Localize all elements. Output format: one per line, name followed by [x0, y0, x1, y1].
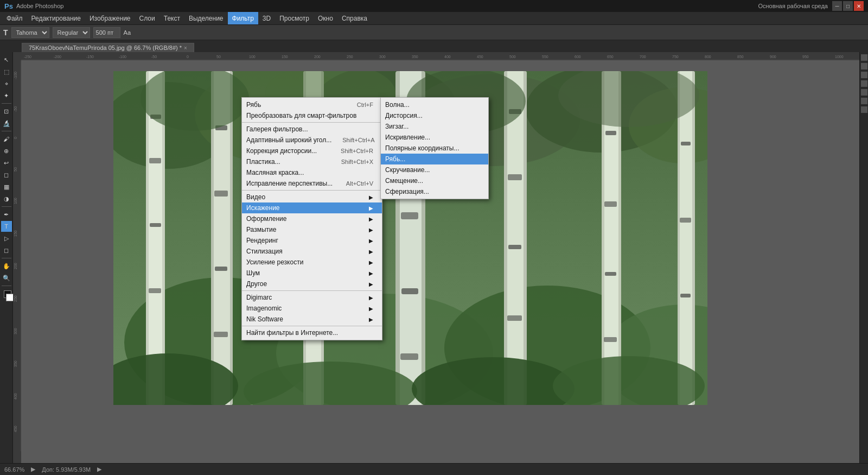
svg-text:200: 200 [314, 55, 321, 59]
close-button[interactable]: ✕ [854, 1, 864, 11]
submenu-zigzag[interactable]: Зигзаг... [381, 121, 488, 132]
font-size-input[interactable] [93, 27, 120, 38]
svg-text:0: 0 [14, 137, 17, 139]
menu-file[interactable]: Файл [2, 12, 27, 24]
background-color[interactable] [6, 294, 14, 301]
liquify-shortcut: Shift+Ctrl+X [341, 159, 373, 165]
filter-menu-distortion-correction[interactable]: Коррекция дисторсии... Shift+Ctrl+R [242, 145, 382, 156]
filter-menu-blur[interactable]: Размытие ▶ [242, 224, 382, 235]
progress-arrow-icon[interactable]: ▶ [97, 466, 101, 473]
shift-label: Смещение... [385, 177, 423, 185]
right-panel-icon-2[interactable] [861, 63, 867, 69]
marquee-tool[interactable]: ⬚ [1, 66, 12, 77]
svg-rect-76 [400, 353, 418, 360]
filter-menu-other[interactable]: Другое ▶ [242, 278, 382, 289]
svg-text:550: 550 [542, 55, 548, 59]
font-style-select[interactable]: Regular [53, 27, 90, 38]
menu-help[interactable]: Справка [337, 12, 372, 24]
menu-image[interactable]: Изображение [85, 12, 135, 24]
submenu-polar[interactable]: Полярные координаты... [381, 143, 488, 154]
submenu-spherize[interactable]: Сферизация... [381, 186, 488, 197]
submenu-warp[interactable]: Искривление... [381, 132, 488, 143]
filter-menu-adaptive-wide[interactable]: Адаптивный широкий угол... Shift+Ctrl+A [242, 135, 382, 145]
submenu-distortion[interactable]: Дисторсия... [381, 110, 488, 121]
filter-menu-sharpen[interactable]: Усиление резкости ▶ [242, 257, 382, 268]
digimarc-arrow-icon: ▶ [369, 295, 373, 301]
right-panel-icon-5[interactable] [861, 89, 867, 96]
filter-menu-ripple-shortcut[interactable]: Рябь Ctrl+F [242, 99, 382, 110]
gradient-tool[interactable]: ▦ [1, 181, 12, 192]
filter-menu-oil-paint[interactable]: Масляная краска... [242, 167, 382, 178]
imagenomic-label: Imagenomic [246, 305, 282, 312]
font-family-select[interactable]: Tahoma [11, 27, 49, 38]
move-tool[interactable]: ↖ [1, 54, 12, 65]
nav-arrow-icon[interactable]: ▶ [31, 466, 35, 473]
hand-tool[interactable]: ✋ [1, 261, 12, 271]
submenu-twirl[interactable]: Скручивание... [381, 164, 488, 175]
brush-tool[interactable]: 🖌 [1, 134, 12, 144]
right-panel-icon-6[interactable] [861, 98, 867, 104]
right-panel-icon-3[interactable] [861, 72, 867, 78]
menu-edit[interactable]: Редактирование [27, 12, 85, 24]
crop-tool[interactable]: ⊡ [1, 106, 12, 117]
adaptive-wide-shortcut: Shift+Ctrl+A [342, 137, 374, 143]
polar-label: Полярные координаты... [385, 144, 459, 152]
filter-menu-noise[interactable]: Шум ▶ [242, 268, 382, 278]
doc-tab-close-button[interactable]: × [184, 45, 187, 51]
svg-text:450: 450 [14, 426, 17, 432]
svg-text:500: 500 [509, 55, 516, 59]
submenu-wave[interactable]: Волна... [381, 99, 488, 110]
render-arrow-icon: ▶ [369, 238, 373, 244]
lasso-tool[interactable]: ⌖ [1, 78, 12, 89]
zoom-tool[interactable]: 🔍 [1, 273, 12, 283]
liquify-label: Пластика... [246, 158, 280, 166]
minimize-button[interactable]: ─ [832, 1, 842, 11]
distort-label: Искажение [246, 204, 280, 212]
nik-software-label: Nik Software [246, 315, 283, 323]
menu-select[interactable]: Выделение [184, 12, 228, 24]
type-tool[interactable]: T [1, 221, 12, 232]
distort-submenu: Волна... Дисторсия... Зигзаг... Искривле… [380, 97, 489, 199]
filter-menu-gallery[interactable]: Галерея фильтров... [242, 124, 382, 135]
history-brush-tool[interactable]: ↩ [1, 157, 12, 168]
submenu-ripple[interactable]: Рябь... [381, 154, 488, 164]
stylize-label: Стилизация [246, 248, 283, 255]
filter-menu-render[interactable]: Рендеринг ▶ [242, 235, 382, 246]
menu-layers[interactable]: Слои [135, 12, 159, 24]
filter-menu-nik-software[interactable]: Nik Software ▶ [242, 314, 382, 325]
filter-menu-design[interactable]: Оформление ▶ [242, 213, 382, 224]
svg-text:0: 0 [187, 55, 189, 59]
filter-menu-perspective[interactable]: Исправление перспективы... Alt+Ctrl+V [242, 178, 382, 189]
filter-menu-distort[interactable]: Искажение ▶ [242, 202, 382, 213]
maximize-button[interactable]: □ [843, 1, 853, 11]
filter-menu-video[interactable]: Видео ▶ [242, 192, 382, 202]
filter-menu-stylize[interactable]: Стилизация ▶ [242, 246, 382, 257]
menu-filter[interactable]: Фильтр [228, 12, 258, 24]
dodge-tool[interactable]: ◑ [1, 193, 12, 204]
eraser-tool[interactable]: ◻ [1, 169, 12, 180]
document-tab[interactable]: 75KrasOboevNaTemuPriroda 05.jpg @ 66.7% … [22, 43, 194, 52]
shape-tool[interactable]: ◻ [1, 245, 12, 256]
menu-view[interactable]: Просмотр [275, 12, 314, 24]
path-selection-tool[interactable]: ▷ [1, 233, 12, 244]
filter-menu-liquify[interactable]: Пластика... Shift+Ctrl+X [242, 156, 382, 167]
filter-menu-imagenomic[interactable]: Imagenomic ▶ [242, 303, 382, 314]
right-panel-icon-1[interactable] [861, 54, 867, 61]
menu-window[interactable]: Окно [314, 12, 337, 24]
magic-wand-tool[interactable]: ✦ [1, 90, 12, 101]
menu-text[interactable]: Текст [159, 12, 184, 24]
oil-paint-label: Масляная краска... [246, 169, 304, 176]
eyedropper-tool[interactable]: 🔬 [1, 118, 12, 129]
filter-menu-smart-filters[interactable]: Преобразовать для смарт-фильтров [242, 110, 382, 121]
svg-text:250: 250 [347, 55, 353, 59]
filter-menu-digimarc[interactable]: Digimarc ▶ [242, 292, 382, 303]
svg-text:-150: -150 [86, 55, 94, 59]
right-panel-icon-4[interactable] [861, 80, 867, 87]
right-panel-icon-7[interactable] [861, 106, 867, 113]
pen-tool[interactable]: ✒ [1, 209, 12, 220]
clone-tool[interactable]: ⊕ [1, 145, 12, 156]
menu-3d[interactable]: 3D [258, 12, 275, 24]
svg-text:700: 700 [640, 55, 646, 59]
submenu-shift[interactable]: Смещение... [381, 175, 488, 186]
filter-menu-find-online[interactable]: Найти фильтры в Интернете... [242, 327, 382, 338]
